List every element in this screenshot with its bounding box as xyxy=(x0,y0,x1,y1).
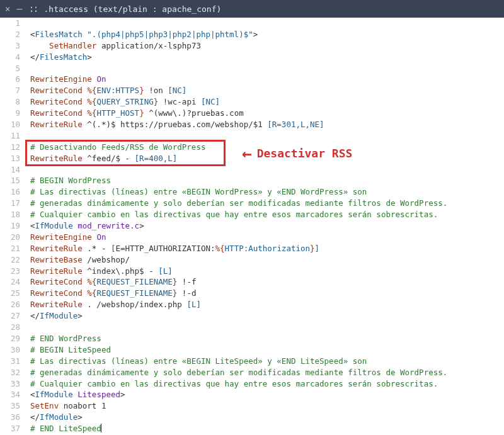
token: # Desactivando Feeds/RSS de WordPress xyxy=(30,142,205,152)
line-number: 26 xyxy=(4,299,20,310)
code-line[interactable]: RewriteRule .* - [E=HTTP_AUTHORIZATION:%… xyxy=(30,243,504,254)
code-line[interactable]: RewriteRule ^(.*)$ https://pruebas.com/w… xyxy=(30,119,504,130)
code-line[interactable]: # Las directivas (líneas) entre «BEGIN L… xyxy=(30,356,504,367)
code-line[interactable]: # Desactivando Feeds/RSS de WordPress xyxy=(30,142,504,153)
line-number: 10 xyxy=(4,119,20,130)
token: RewriteRule xyxy=(30,154,83,163)
token: [R=301,L,NE] xyxy=(267,120,324,129)
titlebar: × – :: .htaccess (text/plain : apache_co… xyxy=(0,0,504,18)
line-number: 36 xyxy=(4,412,20,423)
code-line[interactable]: # generadas dinámicamente y solo debería… xyxy=(30,367,504,378)
line-number: 23 xyxy=(4,266,20,277)
code-line[interactable] xyxy=(30,63,504,74)
code-line[interactable] xyxy=(30,322,504,333)
token: [NC] xyxy=(168,86,186,95)
code-line[interactable]: # END WordPress xyxy=(30,333,504,344)
token: REQUEST_FILENAME xyxy=(96,277,172,286)
close-icon[interactable]: × xyxy=(5,4,10,14)
code-line[interactable]: # Las directivas (líneas) entre «BEGIN W… xyxy=(30,186,504,198)
token: > xyxy=(77,311,83,320)
token: # BEGIN WordPress xyxy=(30,176,111,185)
token: !-f xyxy=(177,277,196,286)
line-number: 25 xyxy=(4,288,20,299)
code-line[interactable]: SetHandler application/x-lsphp73 xyxy=(30,40,504,52)
line-gutter: 1234567891011121314151617181920212223242… xyxy=(0,18,28,434)
code-line[interactable]: RewriteRule ^index\.php$ - [L] xyxy=(30,266,504,277)
code-area[interactable]: ← Desactivar RSS <FilesMatch ".(php4|php… xyxy=(28,18,504,434)
token: ENV:HTTPS xyxy=(96,86,139,95)
token: ^(.*)$ https://pruebas.com/webshop/$1 xyxy=(83,120,268,129)
code-line[interactable]: RewriteRule . /webshop/index.php [L] xyxy=(30,299,504,310)
token: # Las directivas (líneas) entre «BEGIN L… xyxy=(30,356,367,366)
token: } xyxy=(139,86,144,95)
token: IfModule xyxy=(35,221,73,230)
line-number: 32 xyxy=(4,367,20,378)
code-line[interactable]: </IfModule> xyxy=(30,412,504,423)
token: [R=400,L] xyxy=(135,154,178,163)
line-number: 30 xyxy=(4,344,20,356)
code-line[interactable]: <FilesMatch ".(php4|php5|php3|php2|php|p… xyxy=(30,29,504,40)
code-line[interactable]: # Cualquier cambio en las directivas que… xyxy=(30,378,504,390)
token: RewriteEngine xyxy=(30,232,92,242)
editor[interactable]: 1234567891011121314151617181920212223242… xyxy=(0,18,504,434)
token: ] xyxy=(315,244,320,253)
token: ^feed/$ - xyxy=(83,154,135,163)
code-line[interactable]: # Cualquier cambio en las directivas que… xyxy=(30,209,504,220)
token: RewriteCond xyxy=(30,108,83,118)
token: } xyxy=(310,244,315,253)
line-number: 18 xyxy=(4,209,20,220)
line-number: 8 xyxy=(4,96,20,108)
line-number: 20 xyxy=(4,232,20,243)
line-number: 11 xyxy=(4,130,20,142)
token: SetEnv xyxy=(30,401,59,410)
token: [L] xyxy=(186,300,201,309)
code-line[interactable]: # BEGIN WordPress xyxy=(30,175,504,186)
code-line[interactable]: </IfModule> xyxy=(30,310,504,322)
token: > xyxy=(77,412,83,422)
code-line[interactable]: RewriteCond %{REQUEST_FILENAME} !-f xyxy=(30,276,504,288)
code-line[interactable]: <IfModule Litespeed> xyxy=(30,389,504,400)
token: </ xyxy=(30,412,40,422)
token: IfModule xyxy=(40,311,77,320)
title-separator-icon: :: xyxy=(28,3,37,14)
line-number: 5 xyxy=(4,63,20,74)
code-line[interactable]: <IfModule mod_rewrite.c> xyxy=(30,220,504,232)
minimize-icon[interactable]: – xyxy=(16,3,22,14)
code-line[interactable]: # BEGIN LiteSpeed xyxy=(30,344,504,356)
token: E=HTTP_AUTHORIZATION: xyxy=(115,244,215,253)
token: </ xyxy=(30,311,40,320)
line-number: 7 xyxy=(4,85,20,96)
token: < xyxy=(30,221,35,230)
code-line[interactable]: RewriteCond %{QUERY_STRING} !wc-api [NC] xyxy=(30,96,504,108)
code-line[interactable]: RewriteCond %{ENV:HTTPS} !on [NC] xyxy=(30,85,504,96)
code-line[interactable]: RewriteEngine On xyxy=(30,74,504,85)
token: [L] xyxy=(158,266,173,276)
code-line[interactable]: # generadas dinámicamente y solo debería… xyxy=(30,198,504,209)
token: noabort 1 xyxy=(59,401,106,410)
code-line[interactable]: RewriteCond %{REQUEST_FILENAME} !-d xyxy=(30,288,504,299)
line-number: 19 xyxy=(4,220,20,232)
token: HTTP_HOST xyxy=(96,108,139,118)
token: ".(php4|php5|php3|php2|php|phtml)$" xyxy=(87,30,253,39)
code-line[interactable]: RewriteRule ^feed/$ - [R=400,L] xyxy=(30,153,504,164)
code-line[interactable]: RewriteBase /webshop/ xyxy=(30,254,504,266)
token: QUERY_STRING xyxy=(96,97,153,106)
token: %{ xyxy=(215,244,225,253)
token: !wc-api xyxy=(158,97,201,106)
code-line[interactable]: RewriteEngine On xyxy=(30,232,504,243)
code-line[interactable]: RewriteCond %{HTTP_HOST} ^(www\.)?prueba… xyxy=(30,108,504,119)
code-line[interactable] xyxy=(30,130,504,142)
code-line[interactable] xyxy=(30,164,504,176)
code-line[interactable]: # END LiteSpeed xyxy=(30,423,504,434)
token: > xyxy=(139,221,144,230)
code-line[interactable] xyxy=(30,18,504,29)
token: # Cualquier cambio en las directivas que… xyxy=(30,379,438,388)
token: .* - xyxy=(83,244,111,253)
token: %{ xyxy=(87,97,96,106)
line-number: 6 xyxy=(4,74,20,85)
token: %{ xyxy=(87,288,96,298)
code-line[interactable]: </FilesMatch> xyxy=(30,52,504,63)
token: ^index\.php$ - xyxy=(83,266,158,276)
token: ^(www\.)?pruebas.com xyxy=(144,108,244,118)
code-line[interactable]: SetEnv noabort 1 xyxy=(30,400,504,412)
